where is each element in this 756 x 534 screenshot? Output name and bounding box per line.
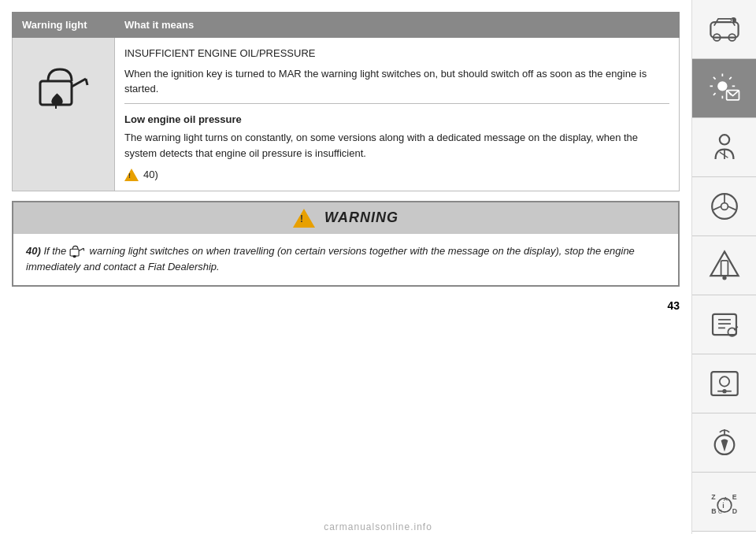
sidebar-item-road[interactable] bbox=[692, 236, 756, 295]
warning-text2: warning light switches on when travellin… bbox=[26, 245, 635, 273]
warning-label: WARNING bbox=[324, 210, 398, 226]
svg-point-40 bbox=[719, 376, 728, 386]
watermark: carmanualsonline.info bbox=[324, 521, 432, 532]
sidebar: i bbox=[691, 0, 756, 534]
page-footer: 43 bbox=[12, 296, 680, 312]
svg-point-7 bbox=[72, 255, 76, 258]
col1-header: Warning light bbox=[13, 13, 115, 38]
svg-line-29 bbox=[713, 206, 721, 210]
col2-header: What it means bbox=[115, 13, 680, 38]
note-line: 40) bbox=[124, 167, 669, 183]
svg-line-25 bbox=[719, 152, 728, 158]
svg-line-21 bbox=[713, 93, 715, 95]
warning-lights-active-icon bbox=[707, 71, 742, 106]
svg-text:A: A bbox=[724, 496, 728, 502]
note-ref: 40) bbox=[143, 167, 158, 183]
info-table: Warning light What it means bbox=[12, 12, 680, 191]
safety-icon bbox=[707, 130, 742, 165]
main-content: Warning light What it means bbox=[0, 0, 691, 534]
warning-body: 40) If the warning light switches on whe… bbox=[13, 234, 678, 286]
svg-line-30 bbox=[728, 206, 736, 210]
svg-line-18 bbox=[713, 77, 715, 80]
sidebar-item-navigation[interactable] bbox=[692, 413, 756, 473]
oil-pressure-icon bbox=[32, 61, 95, 120]
svg-text:D: D bbox=[732, 507, 736, 515]
steering-icon bbox=[707, 189, 742, 224]
warning-box: WARNING 40) If the warning light switche… bbox=[12, 201, 680, 287]
note-triangle-icon bbox=[124, 169, 139, 181]
car-info-icon: i bbox=[707, 12, 742, 46]
svg-line-1 bbox=[72, 79, 86, 87]
svg-point-27 bbox=[721, 203, 728, 210]
maintenance-icon bbox=[707, 307, 742, 342]
warning-text: If the bbox=[43, 245, 69, 257]
svg-line-20 bbox=[729, 77, 732, 80]
content-cell: INSUFFICIENT ENGINE OIL/PRESSURE When th… bbox=[115, 38, 680, 191]
svg-point-13 bbox=[717, 81, 727, 91]
warning-triangle-icon bbox=[293, 209, 315, 228]
warning-header: WARNING bbox=[13, 202, 678, 234]
svg-line-6 bbox=[83, 248, 84, 250]
svg-point-32 bbox=[722, 276, 726, 280]
svg-point-23 bbox=[719, 135, 728, 144]
svg-text:i: i bbox=[722, 502, 724, 510]
sidebar-item-maintenance[interactable] bbox=[692, 295, 756, 354]
reference-icon: Z E B D i C A bbox=[707, 484, 742, 519]
sidebar-item-safety[interactable] bbox=[692, 118, 756, 177]
page-number: 43 bbox=[667, 299, 680, 312]
svg-text:C: C bbox=[718, 509, 722, 514]
sidebar-item-settings[interactable] bbox=[692, 354, 756, 413]
svg-line-2 bbox=[86, 79, 87, 85]
sidebar-item-reference[interactable]: Z E B D i C A bbox=[692, 473, 756, 532]
svg-line-5 bbox=[79, 248, 83, 250]
inline-oil-icon bbox=[69, 244, 87, 258]
insufficient-title: INSUFFICIENT ENGINE OIL/PRESSURE bbox=[124, 46, 669, 61]
svg-text:i: i bbox=[731, 17, 732, 23]
svg-rect-31 bbox=[721, 261, 728, 276]
svg-text:B: B bbox=[711, 507, 716, 515]
warning-light-icon-cell bbox=[13, 38, 115, 191]
svg-point-42 bbox=[722, 389, 726, 393]
desc1: When the ignition key is turned to MAR t… bbox=[124, 66, 669, 97]
warning-note-num: 40) bbox=[26, 245, 41, 257]
settings-icon bbox=[707, 366, 742, 401]
svg-rect-4 bbox=[70, 249, 79, 256]
navigation-icon bbox=[707, 425, 742, 460]
svg-text:Z: Z bbox=[711, 493, 716, 501]
svg-text:E: E bbox=[732, 493, 736, 501]
sidebar-item-warning-lights[interactable] bbox=[692, 59, 756, 118]
low-oil-heading: Low engine oil pressure bbox=[124, 112, 669, 128]
sidebar-item-car-info[interactable]: i bbox=[692, 0, 756, 59]
road-icon bbox=[707, 248, 742, 283]
divider1 bbox=[124, 103, 669, 104]
sidebar-item-steering[interactable] bbox=[692, 177, 756, 236]
desc2: The warning light turns on constantly, o… bbox=[124, 130, 669, 161]
